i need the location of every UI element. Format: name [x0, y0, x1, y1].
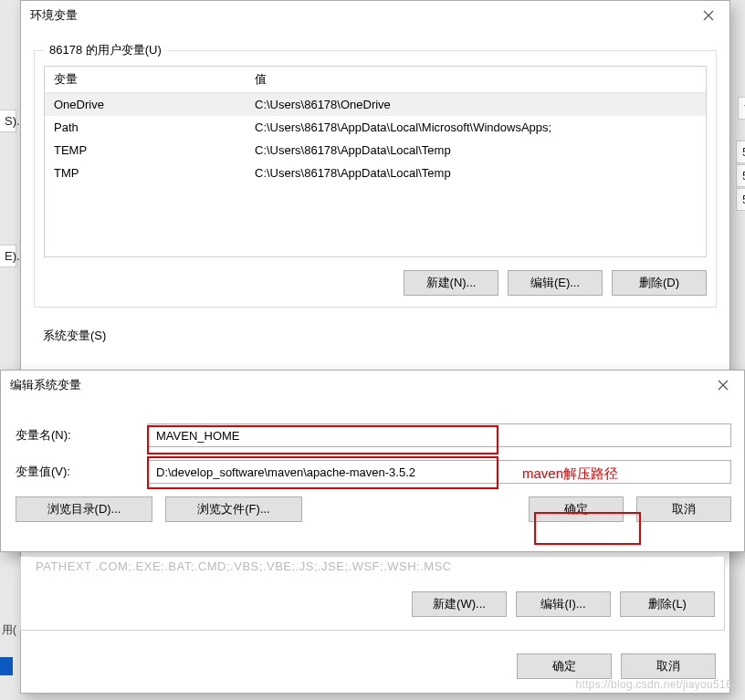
col-header-var[interactable]: 变量 [45, 67, 246, 93]
bg-blue-strip [0, 657, 13, 675]
edit-sys-var-button[interactable]: 编辑(I)... [516, 591, 611, 617]
delete-sys-var-button[interactable]: 删除(L) [620, 591, 715, 617]
edit-user-var-button[interactable]: 编辑(E)... [508, 270, 603, 296]
var-value-input[interactable] [148, 460, 731, 484]
ok-button[interactable]: 确定 [529, 496, 624, 522]
var-value-label: 变量值(V): [16, 464, 148, 480]
close-button[interactable] [687, 1, 729, 30]
titlebar: 环境变量 [21, 1, 729, 30]
bg-fragment: 5/ [736, 188, 745, 211]
close-icon [703, 10, 714, 21]
close-button[interactable] [702, 371, 744, 400]
col-header-val[interactable]: 值 [246, 67, 706, 93]
browse-file-button[interactable]: 浏览文件(F)... [165, 496, 302, 522]
cell-var: OneDrive [45, 93, 246, 117]
cancel-button[interactable]: 取消 [636, 496, 731, 522]
table-row[interactable]: Path C:\Users\86178\AppData\Local\Micros… [45, 116, 706, 139]
bg-fragment: 5/ [736, 141, 745, 163]
bg-fragment: * [738, 97, 745, 120]
user-vars-group: 86178 的用户变量(U) 变量 值 OneDrive C:\Users\86… [34, 50, 717, 308]
cell-val: C:\Users\86178\OneDrive [246, 93, 706, 117]
close-icon [718, 380, 729, 391]
user-vars-table: 变量 值 OneDrive C:\Users\86178\OneDrive Pa… [45, 67, 706, 184]
bg-fragment: 用( [2, 622, 16, 638]
cell-var: Path [45, 116, 246, 139]
cell-val: C:\Users\86178\AppData\Local\Temp [246, 162, 706, 184]
edit-sys-var-dialog: 编辑系统变量 变量名(N): 变量值(V): 浏览目录(D)... 浏览文件(F… [0, 370, 745, 552]
new-sys-var-button[interactable]: 新建(W)... [412, 591, 507, 617]
table-row[interactable]: TEMP C:\Users\86178\AppData\Local\Temp [45, 139, 706, 162]
var-name-input[interactable] [148, 423, 731, 447]
env-dialog-okcancel: 确定 取消 [20, 653, 725, 679]
table-row[interactable]: TMP C:\Users\86178\AppData\Local\Temp [45, 162, 706, 184]
cell-var: TEMP [45, 139, 246, 162]
new-user-var-button[interactable]: 新建(N)... [404, 270, 498, 296]
cell-var: TMP [45, 162, 246, 184]
bg-fragment: 5/ [736, 164, 745, 187]
var-name-label: 变量名(N): [16, 427, 148, 444]
sys-vars-fragment: PATHEXT .COM;.EXE;.BAT;.CMD;.VBS;.VBE;.J… [20, 557, 725, 631]
env-cancel-button[interactable]: 取消 [621, 653, 716, 679]
bg-fragment: E). [0, 245, 16, 267]
dialog-title: 编辑系统变量 [10, 377, 81, 393]
env-ok-button[interactable]: 确定 [517, 653, 612, 679]
cell-val: C:\Users\86178\AppData\Local\Microsoft\W… [246, 116, 706, 139]
bg-fragment: S). [0, 110, 16, 132]
browse-dir-button[interactable]: 浏览目录(D)... [16, 496, 152, 522]
sys-var-row-faint: PATHEXT .COM;.EXE;.BAT;.CMD;.VBS;.VBE;.J… [30, 557, 715, 579]
table-row[interactable]: OneDrive C:\Users\86178\OneDrive [45, 93, 706, 117]
titlebar: 编辑系统变量 [1, 371, 744, 400]
delete-user-var-button[interactable]: 删除(D) [612, 270, 707, 296]
dialog-title: 环境变量 [30, 7, 78, 24]
annotation-text: maven解压路径 [522, 465, 618, 483]
user-vars-table-wrap[interactable]: 变量 值 OneDrive C:\Users\86178\OneDrive Pa… [44, 66, 707, 257]
sys-vars-legend: 系统变量(S) [34, 328, 717, 344]
user-vars-legend: 86178 的用户变量(U) [44, 42, 167, 58]
cell-val: C:\Users\86178\AppData\Local\Temp [246, 139, 706, 162]
